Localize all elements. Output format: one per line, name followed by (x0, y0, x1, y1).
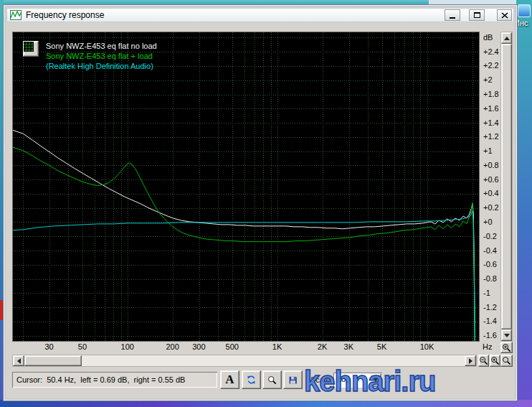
close-button[interactable] (497, 9, 512, 21)
zoom-reset-button[interactable] (500, 355, 513, 367)
magnifier-icon (502, 356, 511, 365)
floppy-icon (288, 375, 298, 385)
y-tick-label: +1 (483, 146, 493, 155)
minimize-icon (450, 17, 455, 19)
zoom-out-button[interactable] (478, 355, 489, 367)
zoom-in-icon (502, 343, 511, 352)
x-tick-label: 2K (318, 342, 327, 351)
frequency-response-window: Frequency response Sony NWZ-E453 eq flat… (3, 4, 518, 401)
window-title: Frequency response (26, 9, 104, 22)
zoom-tool-button[interactable] (262, 370, 282, 389)
x-tick-label: 200 (166, 342, 179, 351)
y-tick-label: +0.4 (483, 189, 499, 197)
y-tick-label: +2.2 (483, 61, 499, 70)
x-tick-label: 3K (344, 342, 353, 351)
x-tick-label: 1K (272, 342, 282, 351)
y-axis: dB +2.4+2.2+2+1.8+1.6+1.4+1.2+1+0.8+0.6+… (480, 32, 500, 342)
y-tick-label: +1.6 (483, 104, 499, 113)
scroll-up-button[interactable] (501, 32, 512, 44)
x-tick-label: 300 (192, 342, 205, 351)
y-tick-label: -0.8 (483, 274, 497, 283)
x-tick-label: 10K (420, 342, 434, 351)
y-tick-label: -0.2 (483, 232, 497, 240)
legend: Sony NWZ-E453 eq flat no load Sony NWZ-E… (23, 41, 157, 71)
scroll-right-button[interactable] (465, 355, 476, 366)
zoom-vertical-button[interactable] (500, 342, 513, 353)
vertical-scroll-thumb[interactable] (501, 44, 512, 329)
x-tick-label: 30 (44, 342, 53, 351)
arrow-up-icon (504, 37, 510, 40)
x-axis-unit: Hz (483, 342, 492, 351)
y-tick-label: -1.4 (483, 317, 497, 325)
y-tick-label: +0.8 (483, 161, 499, 169)
x-axis: 30501002003005001K2K3K5K10K (12, 342, 480, 353)
x-tick-label: 50 (78, 342, 87, 351)
frequency-response-chart (13, 32, 479, 341)
minimize-button[interactable] (445, 9, 460, 21)
y-tick-label: +1.8 (483, 90, 499, 98)
x-tick-label: 500 (226, 342, 239, 351)
x-axis-labels: 30501002003005001K2K3K5K10K (12, 342, 480, 353)
magnifier-icon (267, 375, 277, 385)
app-icon (10, 10, 22, 20)
arrow-down-icon (504, 334, 510, 337)
cursor-readout: Cursor: 50.4 Hz, left = 0.69 dB, right =… (12, 372, 217, 388)
legend-series-1: Sony NWZ-E453 eq flat no load (46, 41, 157, 51)
y-tick-label: +1.2 (483, 132, 499, 141)
desktop: Инс Frequency response Sony NWZ-E453 eq … (0, 0, 532, 407)
grid-lines (13, 32, 479, 341)
x-tick-label: 100 (121, 342, 134, 351)
y-tick-label: -1 (483, 289, 490, 297)
x-tick-label: 5K (377, 342, 386, 351)
zoom-in-button[interactable] (490, 355, 500, 367)
desktop-right-strip (516, 0, 532, 407)
desktop-shortcut-icon[interactable] (518, 4, 531, 17)
toolbar: Cursor: 50.4 Hz, left = 0.69 dB, right =… (6, 370, 514, 396)
y-tick-label: +0.6 (483, 175, 499, 184)
refresh-icon (247, 374, 256, 385)
zoom-out-icon (479, 356, 488, 365)
maximize-icon (474, 12, 480, 18)
y-tick-label: +2.4 (483, 47, 499, 56)
y-tick-label: -1.6 (483, 331, 497, 340)
refresh-button[interactable] (242, 370, 261, 389)
y-axis-labels: +2.4+2.2+2+1.8+1.6+1.4+1.2+1+0.8+0.6+0.4… (480, 32, 500, 342)
maximize-button[interactable] (469, 9, 485, 21)
grid-icon (23, 41, 34, 52)
font-button[interactable]: A (220, 370, 239, 389)
zoom-in-icon (490, 356, 500, 365)
y-tick-label: +0 (483, 217, 493, 226)
scroll-down-button[interactable] (501, 329, 512, 341)
legend-series-2: Sony NWZ-E453 eq flat + load (46, 51, 157, 61)
y-tick-label: -0.6 (483, 260, 497, 268)
horizontal-scroll-thumb[interactable] (24, 355, 82, 366)
y-tick-label: -0.4 (483, 246, 497, 255)
series-line (13, 147, 475, 341)
plot-area[interactable]: Sony NWZ-E453 eq flat no load Sony NWZ-E… (12, 32, 480, 342)
close-icon (501, 12, 508, 19)
vertical-scrollbar[interactable] (500, 32, 513, 342)
y-tick-label: +2 (483, 75, 493, 84)
font-button-label: A (225, 373, 234, 387)
arrow-left-icon (17, 358, 21, 364)
y-tick-label: +0.2 (483, 203, 499, 212)
legend-grid-button[interactable] (23, 41, 39, 57)
y-tick-label: +1.4 (483, 118, 499, 127)
watermark: kehnari.ru (304, 365, 435, 398)
y-tick-label: -1.2 (483, 303, 497, 312)
scroll-left-button[interactable] (13, 355, 24, 366)
series-line (13, 130, 475, 341)
legend-series-3: (Realtek High Definition Audio) (46, 61, 157, 71)
arrow-right-icon (469, 358, 472, 364)
title-bar[interactable]: Frequency response (6, 8, 514, 22)
save-button[interactable] (283, 370, 303, 389)
